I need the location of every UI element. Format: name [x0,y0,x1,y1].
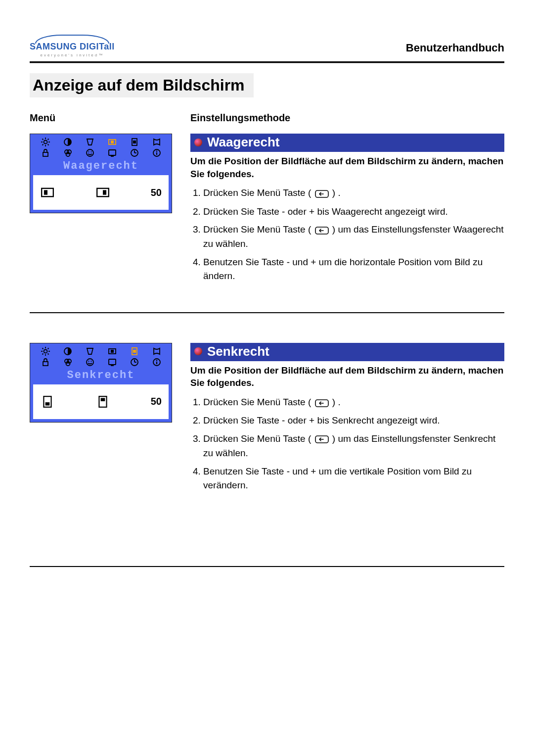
menu-button-icon [314,432,330,447]
vpos-top-icon [95,395,110,408]
instructions: Waagerecht Um die Position der Bildfläch… [190,134,504,287]
instructions: Senkrecht Um die Position der Bildfläche… [190,343,504,497]
menu-button-icon [314,396,330,410]
brightness-icon [39,137,52,147]
bullet-icon [194,347,202,355]
osd-preview: Waagerecht 50 [30,134,176,287]
step-text: Drücken Sie Menü Taste ( [203,433,311,444]
info-icon [150,357,163,367]
trapezoid-icon [84,137,96,147]
document-title: Benutzerhandbuch [406,42,504,54]
step-1: Drücken Sie Menü Taste ( ) . [203,186,504,200]
pincushion-icon [150,137,163,147]
col-header-menu: Menü [30,112,190,124]
info-icon [150,148,163,158]
section-heading: Senkrecht [190,343,504,361]
section-heading: Waagerecht [190,134,504,152]
column-headers: Menü Einstellungsmethode [30,112,504,124]
footer-divider [30,566,504,567]
col-header-method: Einstellungsmethode [190,112,290,124]
page-header: SAMSUNG DIGITall everyone's invited™ Ben… [30,35,504,57]
osd-value: 50 [151,187,162,198]
step-text: Drücken Sie Menü Taste ( [203,188,311,198]
osd-value: 50 [151,396,162,407]
section-senkrecht: Senkrecht 50 Senkrecht Um die Position d… [30,343,504,497]
menu-button-icon [314,223,330,237]
step-text: Drücken Sie Menü Taste ( [203,224,311,235]
hpos-right-icon [95,186,110,199]
brand-name: SAMSUNG DIGITall [30,42,115,52]
step-text: ) . [332,397,341,407]
page-title: Anzeige auf dem Bildschirm [30,73,254,97]
vpos-bottom-icon [40,395,55,408]
brand-tagline: everyone's invited™ [40,53,104,57]
osd-label: Senkrecht [30,368,172,384]
step-3: Drücken Sie Menü Taste ( ) um das Einste… [203,432,504,461]
degauss-icon [84,148,96,158]
clock-icon [128,148,141,158]
trapezoid-icon [84,346,96,356]
osd-panel: Waagerecht 50 [30,134,172,213]
section-waagerecht: Waagerecht 50 Waagerecht Um die Position… [30,134,504,287]
hposition-icon [106,137,119,147]
steps-list: Drücken Sie Menü Taste ( ) . Drücken Sie… [190,186,504,283]
clock-icon [128,357,141,367]
menu-button-icon [314,187,330,201]
osd-icon-grid [30,343,172,368]
section-heading-text: Senkrecht [207,344,269,359]
osd-panel: Senkrecht 50 [30,343,172,423]
step-2: Drücken Sie Taste - oder + bis Waagerech… [203,205,504,219]
step-4: Benutzen Sie Taste - und + um die vertik… [203,465,504,493]
brand-logo: SAMSUNG DIGITall everyone's invited™ [30,35,115,57]
pincushion-icon [150,346,163,356]
steps-list: Drücken Sie Menü Taste ( ) . Drücken Sie… [190,395,504,492]
bullet-icon [194,139,202,146]
osd-value-row: 50 [33,175,169,210]
step-2: Drücken Sie Taste - oder + bis Senkrecht… [203,414,504,428]
osd-value-row: 50 [33,384,169,419]
step-text: ) . [332,188,341,198]
hposition-icon [106,346,119,356]
osd-preview: Senkrecht 50 [30,343,176,497]
lock-icon [39,357,52,367]
lock-icon [39,148,52,158]
section-intro: Um die Position der Bildfläche auf dem B… [190,364,504,389]
step-text: Drücken Sie Menü Taste ( [203,397,311,407]
color-icon [61,148,74,158]
section-intro: Um die Position der Bildfläche auf dem B… [190,155,504,180]
section-heading-text: Waagerecht [207,135,279,150]
osd-icon-grid [30,134,172,159]
step-1: Drücken Sie Menü Taste ( ) . [203,395,504,410]
step-3: Drücken Sie Menü Taste ( ) um das Einste… [203,223,504,251]
header-divider [30,61,504,63]
step-4: Benutzen Sie Taste - und + um die horizo… [203,255,504,284]
hpos-left-icon [40,186,55,199]
osd-label: Waagerecht [30,159,172,175]
display-icon [106,357,119,367]
section-divider [30,312,504,313]
vposition-icon [128,346,141,356]
contrast-icon [61,137,74,147]
brightness-icon [39,346,52,356]
degauss-icon [84,357,96,367]
contrast-icon [61,346,74,356]
color-icon [61,357,74,367]
display-icon [106,148,119,158]
vposition-icon [128,137,141,147]
